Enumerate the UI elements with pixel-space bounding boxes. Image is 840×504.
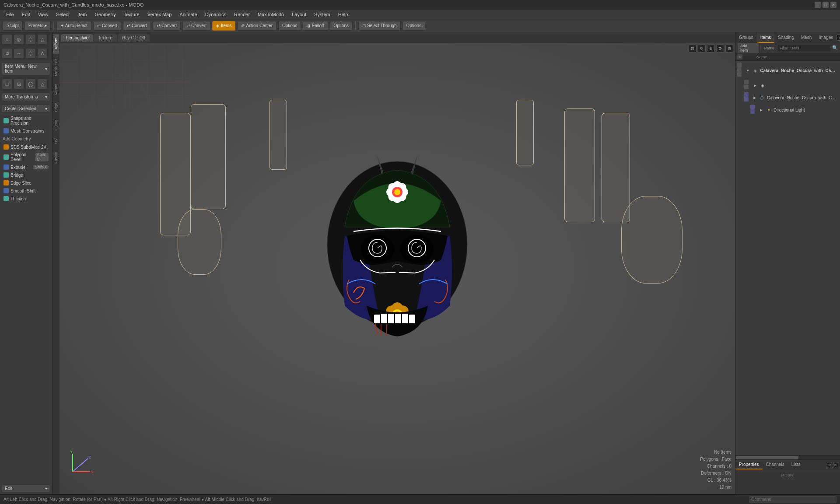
item-menu-dropdown[interactable]: Item Menu: New Item ▾ [2,62,50,75]
snaps-precision-item[interactable]: Snaps and Precision [0,115,52,127]
menu-view[interactable]: View [35,11,52,18]
close-btn[interactable]: ✕ [830,2,836,8]
tool-btn-target[interactable]: ◎ [14,34,24,45]
viewport-tab-texture[interactable]: Texture [94,34,117,42]
menu-animate[interactable]: Animate [176,11,200,18]
side-tab-uv[interactable]: UV [53,135,59,147]
tab-mesh[interactable]: Mesh [798,32,815,43]
edit-dropdown[interactable]: Edit ▾ [2,484,50,493]
menu-geometry[interactable]: Geometry [91,11,119,18]
center-selected-dropdown[interactable]: Center Selected ▾ [2,105,50,113]
right-panel-expand[interactable]: ◁ [836,35,840,41]
viewport-btn-2[interactable]: ↻ [698,45,706,52]
tab-shading[interactable]: Shading [774,32,798,43]
action-center-button[interactable]: ⊕ Action Center [237,21,276,31]
viewport-tab-raygl[interactable]: Ray GL: Off [118,34,150,42]
tool-btn-hex[interactable]: ⬡ [25,34,36,45]
side-tab-deform[interactable]: Deform [53,34,59,54]
convert-button-2[interactable]: ⇄ Convert [123,21,151,31]
sds-subdivide-item[interactable]: SDS Subdivide 2X [0,143,52,151]
edge-slice-item[interactable]: Edge Slice [0,179,52,187]
menu-texture[interactable]: Texture [120,11,143,18]
tree-row-unnamed[interactable]: ▶ ◈ [736,79,839,91]
polygon-bevel-item[interactable]: Polygon Bevel Shift-B [0,151,52,163]
select-through-button[interactable]: ⊡ Select Through [358,21,401,31]
tool-btn-5[interactable]: ⊞ [14,79,24,89]
menu-system[interactable]: System [311,11,334,18]
tree-expand-1[interactable]: ▶ [752,83,758,88]
falloff-button[interactable]: ◑ Falloff [303,21,328,31]
tree-row-root[interactable]: ▼ ◈ Calavera_Noche_Oscura_with_Candi... [736,62,839,79]
side-tab-curve[interactable]: Curve [53,116,59,134]
convert-button-4[interactable]: ⇄ Convert [182,21,210,31]
items-tree-scrollbar[interactable] [735,455,840,459]
menu-vertexmap[interactable]: Vertex Map [144,11,175,18]
menu-dynamics[interactable]: Dynamics [202,11,230,18]
tool-btn-4[interactable]: □ [2,79,12,89]
rb-tab-lists[interactable]: Lists [788,460,804,469]
convert-button-3[interactable]: ⇄ Convert [153,21,181,31]
tree-row-light[interactable]: ▶ ☀ Directional Light [736,104,839,116]
more-transforms-dropdown[interactable]: More Transforms ▾ [2,93,50,101]
menu-layout[interactable]: Layout [288,11,310,18]
side-tab-vertex[interactable]: Vertex [53,80,59,99]
auto-select-button[interactable]: ✦ Auto Select [56,21,91,31]
viewport-btn-5[interactable]: ⊞ [725,45,733,52]
thicken-item[interactable]: Thicken [0,195,52,203]
extrude-item[interactable]: Extrude Shift-X [0,163,52,171]
menu-file[interactable]: File [3,11,18,18]
options-button-2[interactable]: Options [330,21,353,31]
side-tab-mesh-edit[interactable]: Mesh Edit [53,55,59,80]
side-tab-fusion[interactable]: Fusion [53,148,59,167]
side-tab-edge[interactable]: Edge [53,99,59,116]
maximize-btn[interactable]: □ [822,2,829,8]
smooth-shift-item[interactable]: Smooth Shift [0,187,52,195]
tool-btn-rotate[interactable]: ↺ [2,48,12,59]
add-geometry-item[interactable]: Add Geometry [0,135,52,143]
mesh-constraints-item[interactable]: Mesh Constraints [0,127,52,135]
tool-btn-circle[interactable]: ○ [2,34,12,45]
tool-btn-6[interactable]: ◯ [25,79,36,89]
window-controls[interactable]: — □ ✕ [815,2,836,8]
command-input[interactable] [749,496,836,503]
rb-collapse-btn[interactable]: ▷ [833,462,838,467]
viewport-btn-1[interactable]: ⊡ [689,45,696,52]
menu-item[interactable]: Item [74,11,90,18]
menu-help[interactable]: Help [335,11,352,18]
tree-expand-2[interactable]: ▶ [752,95,757,100]
tree-expand-root[interactable]: ▼ [745,68,750,73]
tree-expand-3[interactable]: ▶ [759,107,764,112]
tool-btn-tri[interactable]: △ [37,34,48,45]
viewport-btn-3[interactable]: ⊕ [707,45,715,52]
presets-button[interactable]: Presets ▾ [24,21,51,31]
rb-expand-btn[interactable]: ◁ [827,462,832,467]
tree-row-mesh[interactable]: ▶ ⬡ Calavera_Noche_Oscura_with_Candles [736,91,839,104]
tab-items[interactable]: Items [757,32,774,43]
items-button[interactable]: ◈ Items [212,21,235,31]
menu-maxtomodo[interactable]: MaxToModo [254,11,287,18]
tool-btn-move[interactable]: ↔ [14,48,24,59]
menu-edit[interactable]: Edit [18,11,34,18]
search-icon[interactable]: 🔍 [832,45,838,51]
sculpt-button[interactable]: Sculpt [3,21,23,31]
viewport-tab-perspective[interactable]: Perspective [61,34,93,42]
tab-groups[interactable]: Groups [735,32,757,43]
add-item-button[interactable]: Add Item [737,42,759,54]
minimize-btn[interactable]: — [815,2,821,8]
filter-items-input[interactable] [777,45,831,52]
bridge-item[interactable]: Bridge [0,171,52,179]
viewport-3d[interactable]: ⊡ ↻ ⊕ ⚙ ⊞ Z X Y No Items Po [60,43,735,494]
menu-render[interactable]: Render [231,11,253,18]
options-button-3[interactable]: Options [402,21,425,31]
tab-images[interactable]: Images [815,32,836,43]
rb-tab-channels[interactable]: Channels [763,460,788,469]
tool-btn-7[interactable]: △ [37,79,48,89]
rb-tab-properties[interactable]: Properties [735,460,763,469]
menu-select[interactable]: Select [52,11,73,18]
convert-button-1[interactable]: ⇄ Convert [93,21,121,31]
tool-btn-scale[interactable]: ⬡ [25,48,36,59]
tool-btn-text[interactable]: A [37,48,48,59]
scrollbar-thumb[interactable] [736,456,798,459]
viewport-btn-4[interactable]: ⚙ [716,45,724,52]
options-button-1[interactable]: Options [278,21,301,31]
